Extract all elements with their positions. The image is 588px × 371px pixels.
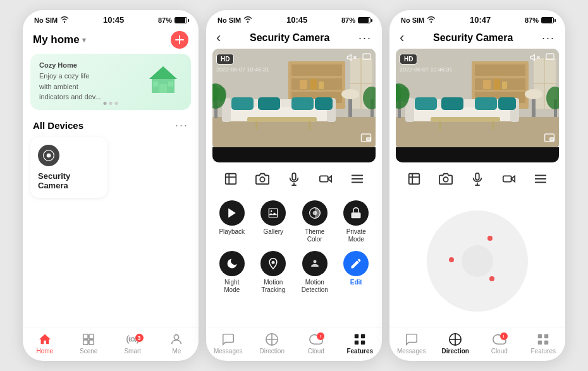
- cam-timestamp-2: 2022-06-07 10:46:31: [216, 66, 269, 73]
- svg-rect-119: [538, 334, 542, 338]
- cam-more-button-2[interactable]: ···: [358, 32, 372, 45]
- svg-rect-92: [498, 97, 516, 110]
- cam-header-2: ‹ Security Camera ···: [206, 27, 382, 49]
- camera-icon: [38, 145, 59, 166]
- nav-smart-label: Smart: [124, 348, 141, 355]
- svg-rect-94: [439, 121, 441, 130]
- no-sim-label-1: No SIM: [34, 16, 58, 24]
- crop-control[interactable]: [219, 167, 242, 190]
- cam-title-3: Security Camera: [404, 32, 542, 44]
- cam-top-icons-3: [530, 52, 555, 65]
- nav2-messages-3[interactable]: Messages: [389, 332, 434, 355]
- svg-rect-69: [355, 341, 358, 344]
- cam-overlay-top-3: HD: [400, 52, 555, 65]
- feature-edit[interactable]: Edit: [337, 248, 376, 296]
- nav-smart[interactable]: 3 Smart: [111, 332, 155, 355]
- svg-point-10: [131, 338, 135, 341]
- device-card-security-camera[interactable]: Security Camera: [30, 137, 107, 198]
- svg-rect-9: [89, 340, 94, 344]
- svg-rect-20: [319, 82, 324, 89]
- nav-home[interactable]: Home: [23, 332, 67, 355]
- time-2: 10:45: [286, 15, 307, 25]
- svg-rect-74: [475, 64, 525, 76]
- back-button-3[interactable]: ‹: [400, 31, 404, 45]
- all-devices-more-button[interactable]: ···: [175, 119, 188, 132]
- all-devices-title: All Devices: [33, 120, 83, 131]
- svg-rect-4: [168, 82, 173, 87]
- nav2-cloud-label-3: Cloud: [491, 348, 508, 355]
- nav2-features-label-3: Features: [531, 348, 556, 355]
- video-control-3[interactable]: [498, 167, 520, 190]
- dot-3: [115, 102, 118, 105]
- direction-dot-1: [487, 236, 493, 241]
- time-1: 10:45: [103, 15, 124, 25]
- video-control[interactable]: [314, 167, 337, 190]
- svg-rect-19: [310, 79, 317, 90]
- mic-control[interactable]: [283, 167, 305, 190]
- more-control[interactable]: [346, 167, 369, 190]
- svg-rect-70: [361, 341, 365, 344]
- battery-icon-1: [175, 17, 187, 23]
- crop-control-3[interactable]: [403, 167, 426, 190]
- nav2-cloud-2[interactable]: ! Cloud: [294, 332, 338, 355]
- nav2-cloud-label-2: Cloud: [308, 348, 324, 355]
- nav-me[interactable]: Me: [155, 332, 199, 355]
- nav2-direction-3[interactable]: Direction: [434, 332, 478, 355]
- feature-motion-tracking[interactable]: MotionTracking: [254, 248, 293, 296]
- nav2-features-2[interactable]: Features: [338, 332, 383, 355]
- nav2-direction-2[interactable]: Direction: [250, 332, 295, 355]
- add-home-button[interactable]: [171, 31, 188, 49]
- status-left-3: No SIM: [401, 16, 436, 24]
- mute-icon-2[interactable]: [346, 52, 357, 65]
- more-control-3[interactable]: [529, 167, 552, 190]
- svg-point-62: [272, 261, 275, 264]
- hd-badge-2: HD: [216, 54, 234, 64]
- feature-private-mode[interactable]: PrivateMode: [337, 198, 376, 246]
- nav2-messages-2[interactable]: Messages: [206, 332, 250, 355]
- cam-black-bar-2: [212, 147, 376, 162]
- svg-rect-55: [320, 176, 328, 181]
- controls-row-2: [206, 162, 382, 195]
- pip-icon-3[interactable]: [544, 135, 555, 145]
- pip-icon-2[interactable]: [360, 135, 372, 145]
- feature-motion-detection[interactable]: MotionDetection: [295, 248, 334, 296]
- mic-control-3[interactable]: [466, 167, 489, 190]
- feature-night-mode[interactable]: NightMode: [212, 248, 252, 296]
- nav2-features-3[interactable]: Features: [522, 332, 566, 355]
- nav-me-label: Me: [172, 348, 181, 355]
- svg-rect-7: [89, 334, 94, 339]
- phone-2: No SIM 10:45 87% ‹ Security Camera: [206, 10, 382, 361]
- feature-gallery[interactable]: Gallery: [254, 198, 293, 246]
- svg-rect-120: [544, 334, 548, 338]
- cam-title-2: Security Camera: [221, 32, 358, 44]
- svg-rect-2: [159, 84, 167, 93]
- svg-point-40: [216, 87, 226, 102]
- edit-label: Edit: [350, 279, 362, 286]
- feature-theme-color[interactable]: ThemeColor: [295, 198, 334, 246]
- back-button-2[interactable]: ‹: [216, 31, 221, 45]
- night-icon: [219, 251, 245, 276]
- private-label: PrivateMode: [346, 228, 366, 243]
- mute-icon-3[interactable]: [530, 52, 540, 65]
- direction-pad[interactable]: [427, 210, 528, 312]
- phone1-header: My home ▾: [23, 27, 199, 54]
- fullscreen-icon-2[interactable]: [362, 52, 372, 65]
- cam-more-button-3[interactable]: ···: [542, 32, 555, 45]
- svg-point-84: [525, 89, 542, 99]
- snapshot-control[interactable]: [251, 167, 274, 190]
- svg-rect-34: [247, 117, 317, 122]
- snapshot-control-3[interactable]: [434, 167, 457, 190]
- svg-rect-48: [226, 174, 236, 185]
- svg-marker-57: [228, 209, 236, 218]
- fullscreen-icon-3[interactable]: [545, 52, 555, 65]
- cloud-badge-3: !: [500, 332, 508, 340]
- bottom-nav-1: Home Scene 3 Smart Me: [23, 327, 199, 361]
- nav2-features-label-2: Features: [346, 348, 373, 355]
- no-sim-label-3: No SIM: [401, 16, 424, 24]
- nav-scene[interactable]: Scene: [67, 332, 111, 355]
- banner-pagination: [104, 102, 118, 105]
- home-title-text: My home: [33, 33, 80, 46]
- feature-playback[interactable]: Playback: [212, 198, 252, 246]
- svg-rect-90: [441, 97, 463, 110]
- nav2-cloud-3[interactable]: ! Cloud: [477, 332, 522, 355]
